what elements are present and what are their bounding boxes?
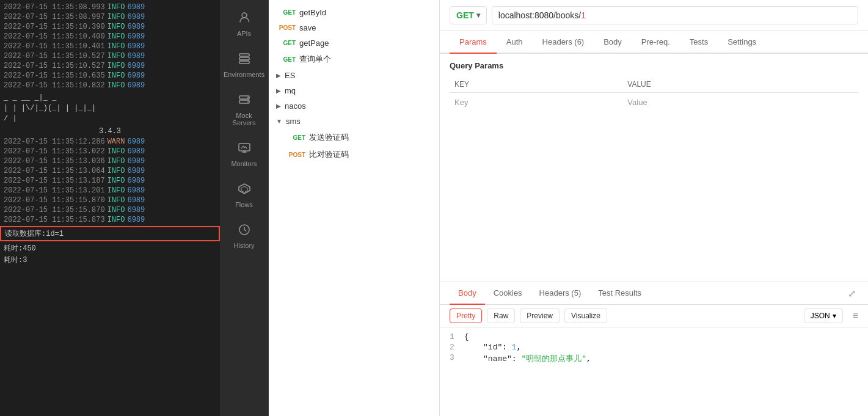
sidebar-item-label: Flows [235, 201, 253, 208]
tab-settings[interactable]: Settings [718, 31, 766, 54]
endpoint-name: save [299, 23, 316, 32]
list-item[interactable]: GET getPage [269, 35, 439, 51]
tree-group-mq[interactable]: ▶ mq [269, 83, 439, 98]
json-line: 3 "name": "明朝的那点事儿", [450, 353, 858, 364]
response-toolbar: Pretty Raw Preview Visualize JSON ▾ ≡ [440, 305, 868, 327]
list-item[interactable]: GET getById [269, 5, 439, 20]
section-title: Query Params [450, 61, 858, 70]
method-badge-post: POST [286, 151, 305, 158]
method-badge-get: GET [276, 56, 296, 63]
chevron-down-icon: ▾ [476, 11, 480, 20]
log-line: 2022-07-15 11:35:12.286 WARN 6989 [0, 137, 220, 147]
chevron-down-icon: ▾ [833, 312, 836, 320]
tab-response-cookies[interactable]: Cookies [485, 282, 531, 305]
response-tabs: Body Cookies Headers (5) Test Results ⤢ [440, 282, 868, 305]
sidebar-item-mock-servers[interactable]: Mock Servers [222, 87, 266, 133]
method-select[interactable]: GET ▾ [450, 6, 487, 24]
sidebar-item-monitors[interactable]: Monitors [222, 135, 266, 173]
response-body: 1 { 2 "id": 1, 3 "name": "明朝的那点事儿", [440, 327, 868, 416]
collections-tree: GET getById POST save GET getPage GET 查询… [269, 0, 439, 168]
tab-params[interactable]: Params [450, 31, 497, 54]
chevron-down-icon: ▼ [276, 118, 282, 125]
format-raw-button[interactable]: Raw [487, 308, 515, 323]
tab-response-body[interactable]: Body [450, 282, 485, 305]
flows-icon [238, 182, 251, 199]
log-line: 2022-07-15 11:35:13.036 INFO 6989 [0, 156, 220, 166]
footer-line: 耗时:3 [0, 254, 220, 266]
sort-icon[interactable]: ≡ [853, 310, 858, 321]
format-pretty-button[interactable]: Pretty [450, 308, 482, 323]
json-format-select[interactable]: JSON ▾ [804, 308, 843, 323]
highlight-log: 读取数据库:id=1 [0, 226, 220, 241]
tab-auth[interactable]: Auth [497, 31, 533, 54]
log-line: 2022-07-15 11:35:10.527 INFO 6989 [0, 61, 220, 71]
history-icon [238, 223, 251, 239]
tab-prereq[interactable]: Pre-req. [632, 31, 680, 54]
log-line: 2022-07-15 11:35:10.400 INFO 6989 [0, 32, 220, 42]
sidebar-item-label: Mock Servers [226, 112, 263, 126]
url-input[interactable]: localhost:8080/books/1 [492, 6, 858, 24]
group-name: ES [285, 71, 295, 80]
params-table: KEY VALUE Key Value [450, 76, 858, 112]
params-section: Query Params KEY VALUE Key Value [440, 54, 868, 282]
request-tabs: Params Auth Headers (6) Body Pre-req. Te… [440, 31, 868, 54]
apis-icon [238, 11, 251, 27]
tab-body[interactable]: Body [594, 31, 632, 54]
log-line: 2022-07-15 11:35:13.187 INFO 6989 [0, 176, 220, 186]
url-bar: GET ▾ localhost:8080/books/1 [440, 0, 868, 31]
log-line: 2022-07-15 11:35:10.832 INFO 6989 [0, 81, 220, 90]
log-line: 2022-07-15 11:35:08.997 INFO 6989 [0, 12, 220, 22]
log-line: 2022-07-15 11:35:10.527 INFO 6989 [0, 51, 220, 61]
svg-marker-10 [241, 186, 247, 192]
chevron-right-icon: ▶ [276, 72, 281, 79]
tree-group-es[interactable]: ▶ ES [269, 68, 439, 83]
format-visualize-button[interactable]: Visualize [564, 308, 607, 323]
tree-group-nacos[interactable]: ▶ nacos [269, 98, 439, 114]
group-name: sms [286, 117, 301, 126]
url-base: localhost:8080/books/ [498, 10, 581, 20]
tab-response-headers[interactable]: Headers (5) [531, 282, 590, 305]
table-row[interactable]: Key Value [450, 93, 858, 112]
list-item[interactable]: POST 比对验证码 [269, 146, 439, 163]
sidebar-item-flows[interactable]: Flows [222, 176, 266, 214]
footer-line: 耗时:450 [0, 243, 220, 254]
endpoint-name: getPage [299, 38, 329, 48]
log-line: 2022-07-15 11:35:13.022 INFO 6989 [0, 147, 220, 156]
sidebar-item-history[interactable]: History [222, 217, 266, 255]
sidebar-item-apis[interactable]: APIs [222, 5, 266, 43]
log-line: 2022-07-15 11:35:10.390 INFO 6989 [0, 22, 220, 32]
list-item[interactable]: POST save [269, 20, 439, 35]
tree-group-sms[interactable]: ▼ sms [269, 114, 439, 129]
key-cell[interactable]: Key [450, 93, 622, 112]
method-badge-get: GET [276, 40, 296, 46]
endpoint-name: 比对验证码 [309, 149, 349, 160]
tab-response-test-results[interactable]: Test Results [589, 282, 650, 305]
log-line: 2022-07-15 11:35:10.635 INFO 6989 [0, 71, 220, 81]
value-cell[interactable]: Value [622, 93, 858, 112]
endpoint-name: 发送验证码 [309, 132, 349, 143]
chevron-right-icon: ▶ [276, 87, 281, 94]
svg-rect-1 [239, 54, 249, 56]
sidebar-item-environments[interactable]: Environments [222, 46, 266, 84]
sidebar: APIs Environments Mock Servers [220, 0, 269, 416]
log-line: 2022-07-15 11:35:15.870 INFO 6989 [0, 195, 220, 205]
list-item[interactable]: GET 查询单个 [269, 51, 439, 68]
request-panel: GET ▾ localhost:8080/books/1 Params Auth… [440, 0, 868, 416]
group-name: mq [285, 86, 296, 95]
response-section: Body Cookies Headers (5) Test Results ⤢ … [440, 282, 868, 416]
environments-icon [238, 52, 251, 68]
list-item[interactable]: GET 发送验证码 [269, 129, 439, 146]
json-format-label: JSON [811, 312, 830, 320]
log-line: 2022-07-15 11:35:13.064 INFO 6989 [0, 166, 220, 176]
tab-tests[interactable]: Tests [680, 31, 718, 54]
json-line: 2 "id": 1, [450, 343, 858, 352]
endpoint-name: getById [299, 8, 326, 17]
format-preview-button[interactable]: Preview [520, 308, 560, 323]
method-badge-post: POST [276, 24, 296, 31]
ascii-art: _ _ __ _|_ _ | | |\/|_)(_| | |_|_| / | [0, 90, 220, 126]
expand-icon[interactable]: ⤢ [845, 285, 858, 302]
tab-headers[interactable]: Headers (6) [533, 31, 594, 54]
svg-point-6 [247, 97, 249, 98]
log-line: 2022-07-15 11:35:15.870 INFO 6989 [0, 205, 220, 215]
col-value: VALUE [622, 76, 858, 93]
